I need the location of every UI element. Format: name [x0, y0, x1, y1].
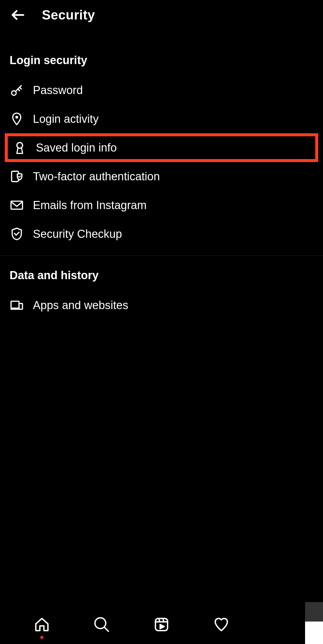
mail-icon — [10, 198, 24, 212]
location-pin-icon — [10, 112, 24, 126]
item-label: Security Checkup — [33, 228, 122, 241]
svg-line-4 — [18, 89, 20, 91]
item-password[interactable]: Password — [0, 76, 323, 105]
phone-shield-icon — [10, 169, 24, 184]
item-security-checkup[interactable]: Security Checkup — [0, 220, 323, 248]
nav-profile[interactable] — [272, 616, 290, 634]
svg-point-5 — [16, 116, 18, 118]
reels-icon — [153, 616, 170, 633]
scrollbar[interactable] — [305, 602, 323, 644]
nav-search[interactable] — [93, 616, 111, 634]
section-login-security-title: Login security — [0, 54, 323, 76]
item-label: Emails from Instagram — [33, 199, 147, 212]
back-button[interactable] — [9, 6, 27, 24]
content: Login security Password Login activity — [0, 30, 323, 320]
item-label: Two-factor authentication — [33, 170, 160, 183]
bottom-nav — [0, 605, 323, 644]
svg-marker-18 — [160, 625, 164, 629]
shield-check-icon — [10, 227, 24, 241]
header: Security — [0, 0, 323, 30]
item-login-activity[interactable]: Login activity — [0, 105, 323, 133]
section-data-history-title: Data and history — [0, 269, 323, 291]
svg-rect-11 — [19, 303, 23, 309]
item-label: Login activity — [33, 113, 99, 126]
search-icon — [94, 616, 110, 633]
heart-icon — [213, 616, 229, 633]
item-label: Apps and websites — [33, 299, 128, 312]
svg-rect-9 — [11, 301, 19, 308]
devices-icon — [10, 298, 24, 312]
svg-line-13 — [104, 627, 109, 631]
nav-reels[interactable] — [153, 616, 170, 634]
notification-dot — [40, 636, 43, 639]
key-icon — [10, 83, 24, 97]
item-saved-login-info[interactable]: Saved login info — [5, 133, 318, 162]
item-two-factor-auth[interactable]: Two-factor authentication — [0, 162, 323, 191]
item-apps-and-websites[interactable]: Apps and websites — [0, 291, 323, 320]
svg-line-3 — [20, 87, 22, 89]
item-label: Password — [33, 84, 83, 97]
nav-activity[interactable] — [212, 616, 230, 634]
page-title: Security — [42, 7, 95, 22]
keyhole-icon — [13, 140, 27, 155]
nav-home[interactable] — [33, 616, 51, 634]
item-emails-from-instagram[interactable]: Emails from Instagram — [0, 191, 323, 220]
arrow-left-icon — [10, 7, 26, 23]
item-label: Saved login info — [36, 141, 117, 154]
svg-rect-8 — [11, 201, 22, 209]
home-icon — [34, 616, 50, 633]
